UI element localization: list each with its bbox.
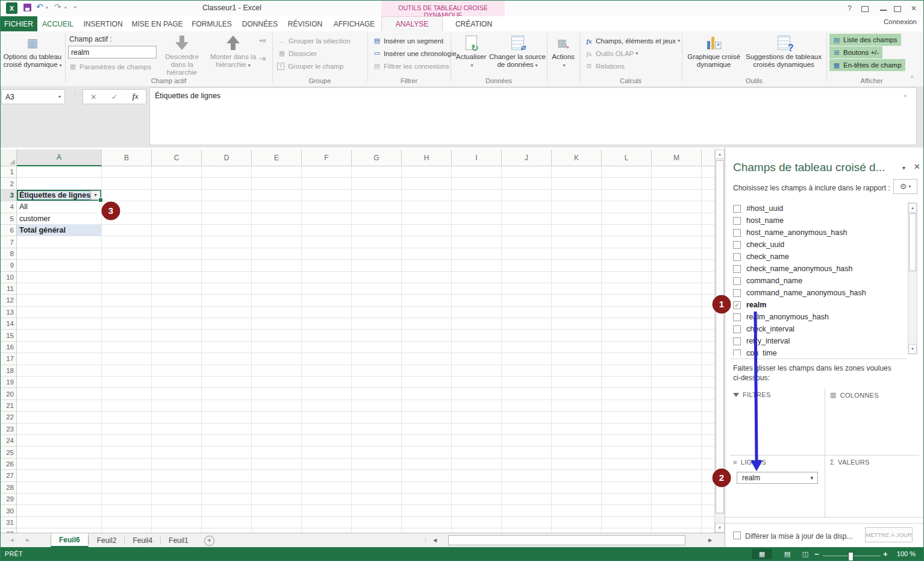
cell-D13[interactable] bbox=[202, 307, 252, 318]
cell-A28[interactable] bbox=[17, 482, 102, 494]
cell-M26[interactable] bbox=[652, 459, 702, 470]
cell-K32[interactable] bbox=[552, 528, 602, 533]
tab-données[interactable]: DONNÉES bbox=[237, 16, 283, 31]
cell-D26[interactable] bbox=[202, 459, 252, 470]
cell-E10[interactable] bbox=[252, 272, 302, 283]
cell-B5[interactable] bbox=[102, 213, 152, 225]
cell-F25[interactable] bbox=[302, 447, 352, 458]
cell-F16[interactable] bbox=[302, 342, 352, 353]
cell-D19[interactable] bbox=[202, 377, 252, 388]
cell-F32[interactable] bbox=[302, 528, 352, 533]
column-header-H[interactable]: H bbox=[402, 149, 452, 166]
cell-C1[interactable] bbox=[152, 166, 202, 178]
cell-F17[interactable] bbox=[302, 353, 352, 365]
cell-L5[interactable] bbox=[602, 213, 652, 225]
cell-B19[interactable] bbox=[102, 377, 152, 388]
cell-H19[interactable] bbox=[402, 377, 452, 388]
cell-D5[interactable] bbox=[202, 213, 252, 225]
field-item-check_uuid[interactable]: check_uuid bbox=[729, 239, 906, 251]
cell-K9[interactable] bbox=[552, 260, 602, 271]
cell-J20[interactable] bbox=[502, 388, 552, 400]
cell-E11[interactable] bbox=[252, 283, 302, 295]
close-icon[interactable]: ✕ bbox=[911, 4, 917, 13]
cell-G4[interactable] bbox=[352, 201, 402, 213]
name-box-caret-icon[interactable]: ▾ bbox=[58, 94, 61, 99]
cell-L24[interactable] bbox=[602, 435, 652, 447]
zoom-in-icon[interactable]: + bbox=[883, 550, 888, 559]
cell-E25[interactable] bbox=[252, 447, 302, 458]
cell-H26[interactable] bbox=[402, 459, 452, 470]
cell-B6[interactable] bbox=[102, 225, 152, 236]
cell-H11[interactable] bbox=[402, 283, 452, 295]
cell-F14[interactable] bbox=[302, 318, 352, 330]
cell-I17[interactable] bbox=[452, 353, 502, 365]
cell-A27[interactable] bbox=[17, 470, 102, 481]
cell-C19[interactable] bbox=[152, 377, 202, 388]
cell-F9[interactable] bbox=[302, 260, 352, 271]
cell-F19[interactable] bbox=[302, 377, 352, 388]
cell-F6[interactable] bbox=[302, 225, 352, 236]
field-checkbox[interactable] bbox=[733, 205, 741, 213]
fill-handle[interactable] bbox=[98, 198, 103, 202]
cell-G32[interactable] bbox=[352, 528, 402, 533]
tab-affichage[interactable]: AFFICHAGE bbox=[327, 16, 381, 31]
row-header-11[interactable]: 11 bbox=[0, 283, 17, 295]
formula-input[interactable]: Étiquettes de lignes ^ bbox=[149, 87, 917, 145]
zoom-slider-thumb[interactable] bbox=[848, 552, 854, 561]
cell-B32[interactable] bbox=[102, 528, 152, 533]
cell-D11[interactable] bbox=[202, 283, 252, 295]
row-header-8[interactable]: 8 bbox=[0, 248, 17, 260]
cell-G20[interactable] bbox=[352, 388, 402, 400]
cell-E9[interactable] bbox=[252, 260, 302, 271]
cell-L13[interactable] bbox=[602, 307, 652, 318]
cell-G19[interactable] bbox=[352, 377, 402, 388]
field-checkbox[interactable] bbox=[733, 349, 741, 356]
cell-H18[interactable] bbox=[402, 365, 452, 377]
row-header-22[interactable]: 22 bbox=[0, 412, 17, 423]
cell-E6[interactable] bbox=[252, 225, 302, 236]
cell-M27[interactable] bbox=[652, 470, 702, 481]
cell-L3[interactable] bbox=[602, 190, 652, 201]
row-header-29[interactable]: 29 bbox=[0, 494, 17, 505]
column-header-C[interactable]: C bbox=[152, 149, 202, 166]
cell-E18[interactable] bbox=[252, 365, 302, 377]
cell-M21[interactable] bbox=[652, 400, 702, 412]
cell-B27[interactable] bbox=[102, 470, 152, 481]
cell-F22[interactable] bbox=[302, 412, 352, 423]
row-header-1[interactable]: 1 bbox=[0, 166, 17, 178]
cell-B14[interactable] bbox=[102, 318, 152, 330]
cell-A20[interactable] bbox=[17, 388, 102, 400]
cell-K20[interactable] bbox=[552, 388, 602, 400]
cell-I16[interactable] bbox=[452, 342, 502, 353]
cell-H14[interactable] bbox=[402, 318, 452, 330]
cell-L14[interactable] bbox=[602, 318, 652, 330]
cell-I9[interactable] bbox=[452, 260, 502, 271]
insert-function-icon[interactable]: fx bbox=[133, 92, 139, 101]
cell-A21[interactable] bbox=[17, 400, 102, 412]
actions-button[interactable]: ▦↘ Actions ▾ bbox=[548, 33, 578, 72]
change-data-source-button[interactable]: ⇄ Changer la source de données▾ bbox=[489, 33, 546, 72]
cell-D2[interactable] bbox=[202, 178, 252, 189]
row-header-5[interactable]: 5 bbox=[0, 213, 17, 225]
cell-M4[interactable] bbox=[652, 201, 702, 213]
cell-J27[interactable] bbox=[502, 470, 552, 481]
field-checkbox[interactable] bbox=[733, 217, 741, 225]
zoom-out-icon[interactable]: − bbox=[814, 550, 819, 559]
cell-D21[interactable] bbox=[202, 400, 252, 412]
cell-M12[interactable] bbox=[652, 295, 702, 306]
cell-J12[interactable] bbox=[502, 295, 552, 306]
cell-C30[interactable] bbox=[152, 505, 202, 516]
cell-A25[interactable] bbox=[17, 447, 102, 458]
cell-J3[interactable] bbox=[502, 190, 552, 201]
cell-D12[interactable] bbox=[202, 295, 252, 306]
cell-F10[interactable] bbox=[302, 272, 352, 283]
row-header-31[interactable]: 31 bbox=[0, 517, 17, 528]
cell-G1[interactable] bbox=[352, 166, 402, 178]
defer-checkbox[interactable] bbox=[733, 531, 741, 539]
cell-K16[interactable] bbox=[552, 342, 602, 353]
cell-H30[interactable] bbox=[402, 505, 452, 516]
row-header-3[interactable]: 3 bbox=[0, 190, 17, 201]
row-header-16[interactable]: 16 bbox=[0, 342, 17, 353]
cell-E28[interactable] bbox=[252, 482, 302, 494]
worksheet-grid[interactable]: ABCDEFGHIJKLM123Étiquettes de lignes▾4Al… bbox=[0, 149, 714, 533]
